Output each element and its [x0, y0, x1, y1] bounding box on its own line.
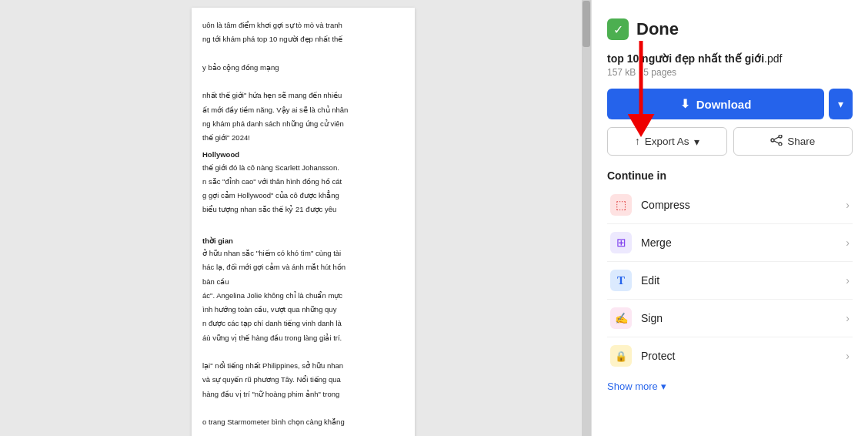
chevron-down-icon: ▾ [838, 98, 843, 110]
tool-item-edit[interactable]: TEdit› [607, 262, 853, 300]
show-more-chevron-icon: ▾ [661, 381, 666, 392]
download-button[interactable]: ⬇ Download [607, 89, 824, 119]
pdf-text-line: ác". Angelina Jolie không chỉ là chuẩn m… [202, 290, 404, 301]
pdf-text-line [202, 49, 404, 59]
checkmark-icon: ✓ [613, 22, 623, 37]
share-icon [770, 135, 783, 148]
right-panel: ✓ Done top 10 người đẹp nhất thế giới.pd… [591, 0, 868, 436]
file-name: top 10 người đẹp nhất thế giới.pdf [607, 52, 853, 65]
merge-icon: ⊞ [610, 232, 632, 253]
sign-chevron-icon: › [846, 312, 850, 324]
pdf-text-line: Hollywood [202, 149, 404, 160]
done-section: ✓ Done [607, 18, 853, 40]
export-as-label: Export As [645, 136, 689, 147]
pdf-text-line: ng tới khám phá top 10 người đẹp nhất th… [202, 34, 404, 45]
share-button[interactable]: Share [733, 127, 853, 156]
pdf-text-line: thế giới" 2024! [202, 132, 404, 143]
tool-item-merge[interactable]: ⊞Merge› [607, 224, 853, 262]
svg-line-5 [774, 137, 779, 139]
sign-label: Sign [641, 312, 836, 324]
compress-label: Compress [641, 199, 836, 211]
continue-in-label: Continue in [607, 169, 853, 182]
download-icon: ⬇ [680, 97, 690, 111]
pdf-text-line: áù vững vị thế hàng đầu trong làng giải … [202, 333, 404, 344]
merge-label: Merge [641, 236, 836, 249]
export-icon: ↑ [635, 136, 640, 147]
tools-list: ⬚Compress›⊞Merge›TEdit›✍Sign›🔒Protect› [607, 186, 853, 374]
pdf-text-line: biểu tượng nhan sắc thế kỷ 21 được yêu [202, 204, 404, 215]
pdf-text-line: g gợi cảm Hollywood" của cô được khẳng [202, 190, 404, 201]
pdf-text-line: y bảo cộng đồng mạng [202, 62, 404, 73]
protect-label: Protect [641, 350, 836, 362]
action-row: ↑ Export As ▾ Share [607, 127, 853, 156]
export-chevron-icon: ▾ [694, 136, 699, 148]
pdf-preview-panel: uôn là tâm điểm khơi gợi sự tò mò và tra… [0, 0, 591, 436]
tool-item-compress[interactable]: ⬚Compress› [607, 186, 853, 224]
show-more-label: Show more [607, 381, 658, 392]
share-label: Share [787, 136, 815, 147]
pdf-text-line: n được các tạp chí danh tiếng vinh danh … [202, 318, 404, 329]
download-chevron-button[interactable]: ▾ [829, 89, 853, 119]
pdf-text-line: ất mới đầy tiềm năng. Vậy ai sẽ là chủ n… [202, 105, 404, 116]
pdf-text-line [202, 219, 404, 230]
svg-point-2 [779, 135, 782, 138]
pdf-text-line: ình hướng toàn cầu, vượt qua những quy [202, 304, 404, 315]
edit-label: Edit [641, 274, 836, 287]
protect-icon: 🔒 [610, 345, 632, 367]
merge-chevron-icon: › [846, 236, 850, 249]
pdf-scrollbar[interactable] [582, 0, 591, 436]
pdf-text-line: hác lạ, đối mới gợi cảm và ánh mắt hút h… [202, 262, 404, 273]
file-meta: 157 kB · 5 pages [607, 67, 853, 78]
edit-chevron-icon: › [846, 274, 850, 287]
svg-point-3 [779, 143, 782, 146]
pdf-text-line: thời gian [202, 236, 404, 247]
svg-line-6 [774, 141, 779, 143]
pdf-text-line: lại" nổi tiếng nhất Philippines, sở hữu … [202, 361, 404, 371]
file-info: top 10 người đẹp nhất thế giới.pdf 157 k… [607, 52, 853, 78]
pdf-scrollbar-thumb [583, 1, 590, 47]
download-row: ⬇ Download ▾ [607, 89, 853, 119]
protect-chevron-icon: › [846, 350, 850, 362]
file-name-bold: top 10 người đẹp nhất thế giới [607, 52, 764, 65]
pdf-text-line: ở hữu nhan sắc "hiếm có khó tìm" cùng tà… [202, 248, 404, 259]
pdf-text-line: và sự quyến rũ phương Tây. Nổi tiếng qua [202, 374, 404, 385]
svg-point-4 [771, 139, 774, 142]
done-label: Done [636, 19, 679, 39]
pdf-text-line: ng khám phá danh sách những ứng cử viên [202, 119, 404, 129]
pdf-text-line: uôn là tâm điểm khơi gợi sự tò mò và tra… [202, 20, 404, 31]
pdf-text-line [202, 76, 404, 87]
pdf-page: uôn là tâm điểm khơi gợi sự tò mò và tra… [192, 8, 415, 436]
compress-icon: ⬚ [610, 194, 632, 216]
edit-icon: T [610, 270, 632, 291]
pdf-text-line [202, 403, 404, 414]
tool-item-protect[interactable]: 🔒Protect› [607, 337, 853, 374]
show-more-button[interactable]: Show more ▾ [607, 381, 853, 392]
download-label: Download [696, 98, 752, 111]
pdf-text-line: bàn cầu [202, 277, 404, 287]
pdf-text-line: thế giới đó là cô nàng Scarlett Johansso… [202, 163, 404, 173]
pdf-text-line: nhất thế giới" hứa hẹn sẽ mang đến nhiều [202, 90, 404, 101]
sign-icon: ✍ [610, 307, 632, 329]
pdf-text-line: hàng đầu vị trí "nữ hoàng phim ảnh" tron… [202, 389, 404, 400]
file-extension: .pdf [764, 52, 782, 65]
compress-chevron-icon: › [846, 199, 850, 211]
pdf-text-line [202, 347, 404, 357]
pdf-text-line: o trang Starmometer bình chọn càng khắng [202, 417, 404, 428]
export-as-button[interactable]: ↑ Export As ▾ [607, 127, 727, 156]
done-icon: ✓ [607, 18, 629, 40]
tool-item-sign[interactable]: ✍Sign› [607, 300, 853, 337]
pdf-text-line: n sắc "đỉnh cao" với thân hình đồng hồ c… [202, 176, 404, 187]
